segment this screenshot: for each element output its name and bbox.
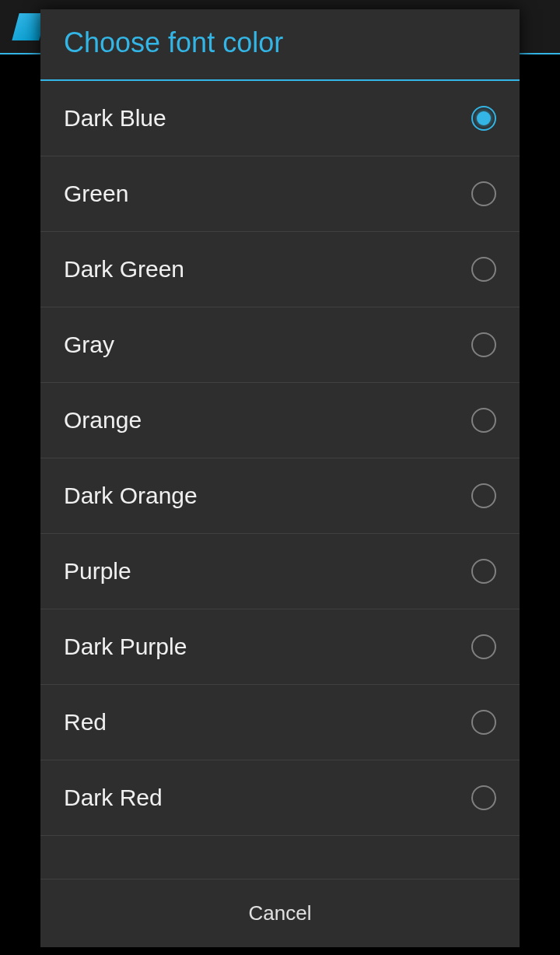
option-item[interactable]: Orange — [40, 383, 520, 458]
option-item[interactable]: Red — [40, 685, 520, 760]
radio-icon[interactable] — [471, 408, 496, 433]
radio-icon[interactable] — [471, 257, 496, 282]
dialog-footer: Cancel — [40, 879, 520, 947]
option-label: Gray — [64, 332, 114, 358]
option-item[interactable]: Purple — [40, 534, 520, 609]
option-item[interactable]: Dark Orange — [40, 458, 520, 534]
dialog-title: Choose font color — [40, 9, 520, 81]
option-label: Dark Red — [64, 785, 163, 811]
radio-inner-dot — [477, 111, 491, 125]
radio-icon[interactable] — [471, 559, 496, 584]
option-label: Red — [64, 709, 107, 736]
option-item[interactable]: Dark Red — [40, 760, 520, 836]
radio-icon[interactable] — [471, 634, 496, 659]
option-label: Orange — [64, 407, 142, 434]
radio-icon[interactable] — [471, 181, 496, 206]
radio-icon[interactable] — [471, 332, 496, 357]
option-item[interactable]: Gray — [40, 307, 520, 383]
options-list: Dark BlueGreenDark GreenGrayOrangeDark O… — [40, 81, 520, 879]
radio-icon[interactable] — [471, 106, 496, 131]
option-item[interactable]: Dark Purple — [40, 609, 520, 685]
cancel-button[interactable]: Cancel — [40, 880, 520, 947]
option-label: Dark Orange — [64, 483, 198, 509]
option-label: Dark Blue — [64, 105, 166, 132]
option-label: Green — [64, 181, 128, 207]
option-item[interactable]: Dark Green — [40, 232, 520, 307]
option-label: Purple — [64, 558, 131, 585]
radio-icon[interactable] — [471, 710, 496, 735]
option-item[interactable]: Green — [40, 156, 520, 232]
font-color-dialog: Choose font color Dark BlueGreenDark Gre… — [40, 9, 520, 947]
radio-icon[interactable] — [471, 483, 496, 508]
option-item[interactable]: Dark Blue — [40, 81, 520, 156]
radio-icon[interactable] — [471, 785, 496, 810]
option-label: Dark Green — [64, 256, 184, 283]
option-label: Dark Purple — [64, 634, 187, 660]
